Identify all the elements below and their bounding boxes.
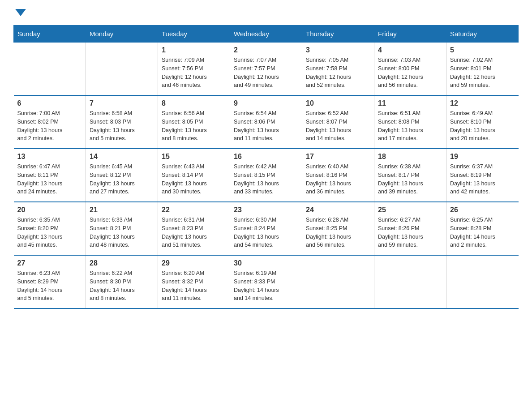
day-number: 3 — [306, 46, 370, 54]
day-number: 14 — [90, 153, 154, 161]
day-number: 7 — [90, 99, 154, 107]
day-info: Sunrise: 6:38 AM Sunset: 8:17 PM Dayligh… — [378, 163, 442, 196]
calendar-cell: 24Sunrise: 6:28 AM Sunset: 8:25 PM Dayli… — [302, 202, 374, 255]
calendar-cell: 1Sunrise: 7:09 AM Sunset: 7:56 PM Daylig… — [158, 43, 230, 96]
day-number: 20 — [17, 206, 82, 214]
day-info: Sunrise: 6:47 AM Sunset: 8:11 PM Dayligh… — [17, 163, 82, 196]
calendar-cell: 16Sunrise: 6:42 AM Sunset: 8:15 PM Dayli… — [230, 149, 302, 202]
calendar-cell — [374, 255, 446, 308]
day-info: Sunrise: 7:02 AM Sunset: 8:01 PM Dayligh… — [450, 56, 515, 90]
calendar-week-row: 13Sunrise: 6:47 AM Sunset: 8:11 PM Dayli… — [14, 149, 519, 202]
day-number: 10 — [306, 99, 370, 107]
calendar-cell: 21Sunrise: 6:33 AM Sunset: 8:21 PM Dayli… — [86, 202, 158, 255]
day-info: Sunrise: 6:22 AM Sunset: 8:30 PM Dayligh… — [90, 269, 154, 303]
day-of-week-header: Sunday — [14, 26, 86, 43]
day-of-week-header: Saturday — [446, 26, 519, 43]
calendar-cell: 28Sunrise: 6:22 AM Sunset: 8:30 PM Dayli… — [86, 255, 158, 308]
day-number: 21 — [90, 206, 154, 214]
day-info: Sunrise: 6:25 AM Sunset: 8:28 PM Dayligh… — [450, 216, 515, 249]
day-number: 26 — [450, 206, 515, 214]
day-info: Sunrise: 6:54 AM Sunset: 8:06 PM Dayligh… — [234, 109, 298, 143]
day-number: 9 — [234, 99, 298, 107]
calendar-cell: 23Sunrise: 6:30 AM Sunset: 8:24 PM Dayli… — [230, 202, 302, 255]
calendar-cell: 2Sunrise: 7:07 AM Sunset: 7:57 PM Daylig… — [230, 43, 302, 96]
calendar-cell — [446, 255, 519, 308]
calendar-week-row: 6Sunrise: 7:00 AM Sunset: 8:02 PM Daylig… — [14, 95, 519, 149]
day-of-week-header: Tuesday — [158, 26, 230, 43]
logo — [13, 9, 26, 16]
day-number: 11 — [378, 99, 442, 107]
day-info: Sunrise: 6:27 AM Sunset: 8:26 PM Dayligh… — [378, 216, 442, 249]
day-info: Sunrise: 7:07 AM Sunset: 7:57 PM Dayligh… — [234, 56, 298, 90]
calendar-cell: 3Sunrise: 7:05 AM Sunset: 7:58 PM Daylig… — [302, 43, 374, 96]
day-number: 17 — [306, 153, 370, 161]
day-info: Sunrise: 6:20 AM Sunset: 8:32 PM Dayligh… — [162, 269, 226, 303]
day-number: 5 — [450, 46, 515, 54]
day-info: Sunrise: 7:00 AM Sunset: 8:02 PM Dayligh… — [17, 109, 82, 143]
calendar-cell: 13Sunrise: 6:47 AM Sunset: 8:11 PM Dayli… — [14, 149, 86, 202]
day-info: Sunrise: 6:40 AM Sunset: 8:16 PM Dayligh… — [306, 163, 370, 196]
calendar-cell: 4Sunrise: 7:03 AM Sunset: 8:00 PM Daylig… — [374, 43, 446, 96]
calendar-cell: 20Sunrise: 6:35 AM Sunset: 8:20 PM Dayli… — [14, 202, 86, 255]
calendar-cell: 30Sunrise: 6:19 AM Sunset: 8:33 PM Dayli… — [230, 255, 302, 308]
day-number: 2 — [234, 46, 298, 54]
calendar-cell: 10Sunrise: 6:52 AM Sunset: 8:07 PM Dayli… — [302, 95, 374, 149]
day-of-week-header: Monday — [86, 26, 158, 43]
day-number: 25 — [378, 206, 442, 214]
calendar-cell: 11Sunrise: 6:51 AM Sunset: 8:08 PM Dayli… — [374, 95, 446, 149]
calendar-cell: 12Sunrise: 6:49 AM Sunset: 8:10 PM Dayli… — [446, 95, 519, 149]
calendar-week-row: 27Sunrise: 6:23 AM Sunset: 8:29 PM Dayli… — [14, 255, 519, 308]
day-number: 29 — [162, 259, 226, 267]
calendar-cell — [14, 43, 86, 96]
calendar-header-row: SundayMondayTuesdayWednesdayThursdayFrid… — [14, 26, 519, 43]
day-info: Sunrise: 6:51 AM Sunset: 8:08 PM Dayligh… — [378, 109, 442, 143]
day-info: Sunrise: 6:30 AM Sunset: 8:24 PM Dayligh… — [234, 216, 298, 249]
day-info: Sunrise: 6:23 AM Sunset: 8:29 PM Dayligh… — [17, 269, 82, 303]
calendar-table: SundayMondayTuesdayWednesdayThursdayFrid… — [13, 25, 519, 309]
day-info: Sunrise: 6:58 AM Sunset: 8:03 PM Dayligh… — [90, 109, 154, 143]
day-info: Sunrise: 7:09 AM Sunset: 7:56 PM Dayligh… — [162, 56, 226, 90]
calendar-cell: 22Sunrise: 6:31 AM Sunset: 8:23 PM Dayli… — [158, 202, 230, 255]
calendar-cell: 17Sunrise: 6:40 AM Sunset: 8:16 PM Dayli… — [302, 149, 374, 202]
calendar-cell: 27Sunrise: 6:23 AM Sunset: 8:29 PM Dayli… — [14, 255, 86, 308]
calendar-cell: 29Sunrise: 6:20 AM Sunset: 8:32 PM Dayli… — [158, 255, 230, 308]
day-number: 6 — [17, 99, 82, 107]
day-info: Sunrise: 6:52 AM Sunset: 8:07 PM Dayligh… — [306, 109, 370, 143]
page-header — [13, 9, 519, 16]
day-info: Sunrise: 6:56 AM Sunset: 8:05 PM Dayligh… — [162, 109, 226, 143]
day-info: Sunrise: 6:45 AM Sunset: 8:12 PM Dayligh… — [90, 163, 154, 196]
day-number: 22 — [162, 206, 226, 214]
calendar-cell — [302, 255, 374, 308]
day-info: Sunrise: 6:49 AM Sunset: 8:10 PM Dayligh… — [450, 109, 515, 143]
day-number: 4 — [378, 46, 442, 54]
day-info: Sunrise: 6:37 AM Sunset: 8:19 PM Dayligh… — [450, 163, 515, 196]
day-number: 13 — [17, 153, 82, 161]
day-info: Sunrise: 6:42 AM Sunset: 8:15 PM Dayligh… — [234, 163, 298, 196]
day-number: 19 — [450, 153, 515, 161]
calendar-cell: 25Sunrise: 6:27 AM Sunset: 8:26 PM Dayli… — [374, 202, 446, 255]
day-info: Sunrise: 6:28 AM Sunset: 8:25 PM Dayligh… — [306, 216, 370, 249]
calendar-week-row: 1Sunrise: 7:09 AM Sunset: 7:56 PM Daylig… — [14, 43, 519, 96]
calendar-cell: 7Sunrise: 6:58 AM Sunset: 8:03 PM Daylig… — [86, 95, 158, 149]
day-number: 15 — [162, 153, 226, 161]
day-info: Sunrise: 6:31 AM Sunset: 8:23 PM Dayligh… — [162, 216, 226, 249]
calendar-cell: 15Sunrise: 6:43 AM Sunset: 8:14 PM Dayli… — [158, 149, 230, 202]
day-number: 24 — [306, 206, 370, 214]
day-number: 28 — [90, 259, 154, 267]
calendar-cell: 6Sunrise: 7:00 AM Sunset: 8:02 PM Daylig… — [14, 95, 86, 149]
calendar-cell: 8Sunrise: 6:56 AM Sunset: 8:05 PM Daylig… — [158, 95, 230, 149]
day-number: 18 — [378, 153, 442, 161]
day-info: Sunrise: 6:35 AM Sunset: 8:20 PM Dayligh… — [17, 216, 82, 249]
day-number: 30 — [234, 259, 298, 267]
day-of-week-header: Thursday — [302, 26, 374, 43]
day-info: Sunrise: 6:43 AM Sunset: 8:14 PM Dayligh… — [162, 163, 226, 196]
day-number: 1 — [162, 46, 226, 54]
day-number: 27 — [17, 259, 82, 267]
calendar-week-row: 20Sunrise: 6:35 AM Sunset: 8:20 PM Dayli… — [14, 202, 519, 255]
day-number: 16 — [234, 153, 298, 161]
calendar-cell: 14Sunrise: 6:45 AM Sunset: 8:12 PM Dayli… — [86, 149, 158, 202]
day-number: 23 — [234, 206, 298, 214]
day-number: 8 — [162, 99, 226, 107]
calendar-cell: 18Sunrise: 6:38 AM Sunset: 8:17 PM Dayli… — [374, 149, 446, 202]
day-info: Sunrise: 6:19 AM Sunset: 8:33 PM Dayligh… — [234, 269, 298, 303]
